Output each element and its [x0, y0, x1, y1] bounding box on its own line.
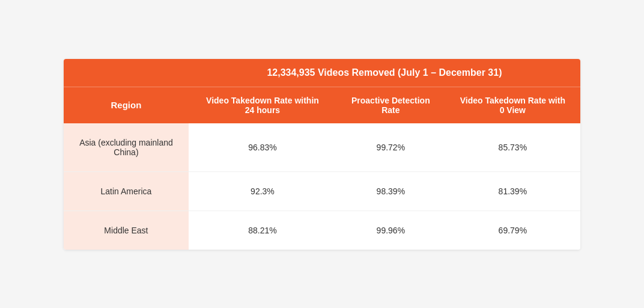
- header-span-cell: 12,334,935 Videos Removed (July 1 – Dece…: [189, 59, 580, 87]
- table-row: Latin America92.3%98.39%81.39%: [64, 171, 580, 211]
- col2-header: Proactive Detection Rate: [336, 87, 445, 123]
- col1-cell: 88.21%: [189, 211, 336, 250]
- col2-cell: 99.72%: [336, 123, 445, 172]
- region-cell: Asia (excluding mainland China): [64, 123, 189, 172]
- table-row: Middle East88.21%99.96%69.79%: [64, 211, 580, 250]
- region-cell: Middle East: [64, 211, 189, 250]
- header-main-row: 12,334,935 Videos Removed (July 1 – Dece…: [64, 59, 580, 87]
- col3-cell: 85.73%: [445, 123, 580, 172]
- col3-cell: 69.79%: [445, 211, 580, 250]
- col3-cell: 81.39%: [445, 171, 580, 211]
- col1-header: Video Takedown Rate within 24 hours: [189, 87, 336, 123]
- table-row: Asia (excluding mainland China)96.83%99.…: [64, 123, 580, 172]
- col1-cell: 96.83%: [189, 123, 336, 172]
- col1-cell: 92.3%: [189, 171, 336, 211]
- col2-cell: 98.39%: [336, 171, 445, 211]
- col2-cell: 99.96%: [336, 211, 445, 250]
- region-header: Region: [64, 87, 189, 123]
- col3-header: Video Takedown Rate with 0 View: [445, 87, 580, 123]
- header-sub-row: Region Video Takedown Rate within 24 hou…: [64, 87, 580, 123]
- region-cell: Latin America: [64, 171, 189, 211]
- header-region-placeholder: [64, 59, 189, 87]
- main-table-container: 12,334,935 Videos Removed (July 1 – Dece…: [64, 59, 580, 250]
